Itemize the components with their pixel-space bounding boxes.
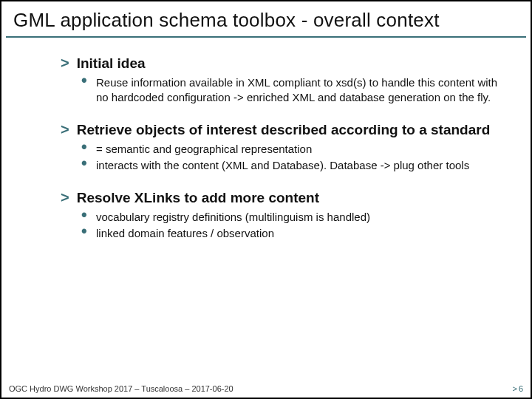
list-item: • vocabulary registry definitions (multi…	[81, 210, 501, 225]
page-num-value: 6	[519, 384, 523, 393]
section-retrieve-objects: > Retrieve objects of interest described…	[61, 120, 501, 172]
heading-text: Resolve XLinks to add more content	[77, 189, 319, 207]
bullet-list: • vocabulary registry definitions (multi…	[81, 210, 501, 240]
list-item: • interacts with the content (XML and Da…	[81, 158, 501, 173]
chevron-icon: >	[61, 54, 69, 72]
slide-title: GML application schema toolbox - overall…	[13, 9, 519, 32]
chevron-icon: >	[61, 120, 69, 139]
chevron-icon: >	[512, 384, 516, 393]
bullet-text: = semantic and geographical representati…	[96, 142, 312, 157]
section-heading: > Initial idea	[61, 54, 501, 72]
list-item: • linked domain features / observation	[81, 226, 501, 241]
heading-text: Retrieve objects of interest described a…	[77, 121, 491, 139]
heading-text: Initial idea	[77, 55, 146, 72]
slide: GML application schema toolbox - overall…	[0, 0, 532, 399]
section-initial-idea: > Initial idea • Reuse information avail…	[61, 54, 501, 104]
section-resolve-xlinks: > Resolve XLinks to add more content • v…	[61, 188, 501, 240]
bullet-icon: •	[81, 75, 89, 86]
chevron-icon: >	[61, 188, 69, 207]
bullet-icon: •	[81, 158, 89, 168]
bullet-text: interacts with the content (XML and Data…	[96, 158, 469, 173]
title-container: GML application schema toolbox - overall…	[6, 4, 526, 38]
footer-text: OGC Hydro DWG Workshop 2017 – Tuscaloosa…	[9, 384, 233, 393]
bullet-list: • = semantic and geographical representa…	[81, 142, 501, 172]
footer: OGC Hydro DWG Workshop 2017 – Tuscaloosa…	[9, 384, 523, 393]
page-number: >6	[512, 384, 523, 393]
bullet-icon: •	[81, 226, 89, 236]
list-item: • Reuse information available in XML com…	[81, 75, 501, 104]
bullet-list: • Reuse information available in XML com…	[81, 75, 501, 104]
section-heading: > Retrieve objects of interest described…	[61, 120, 501, 139]
bullet-text: Reuse information available in XML compl…	[96, 75, 501, 104]
section-heading: > Resolve XLinks to add more content	[61, 188, 501, 207]
bullet-icon: •	[81, 210, 89, 220]
bullet-text: vocabulary registry definitions (multili…	[96, 210, 370, 225]
list-item: • = semantic and geographical representa…	[81, 142, 501, 157]
content-area: > Initial idea • Reuse information avail…	[1, 38, 531, 398]
bullet-text: linked domain features / observation	[96, 226, 274, 241]
bullet-icon: •	[81, 142, 89, 152]
